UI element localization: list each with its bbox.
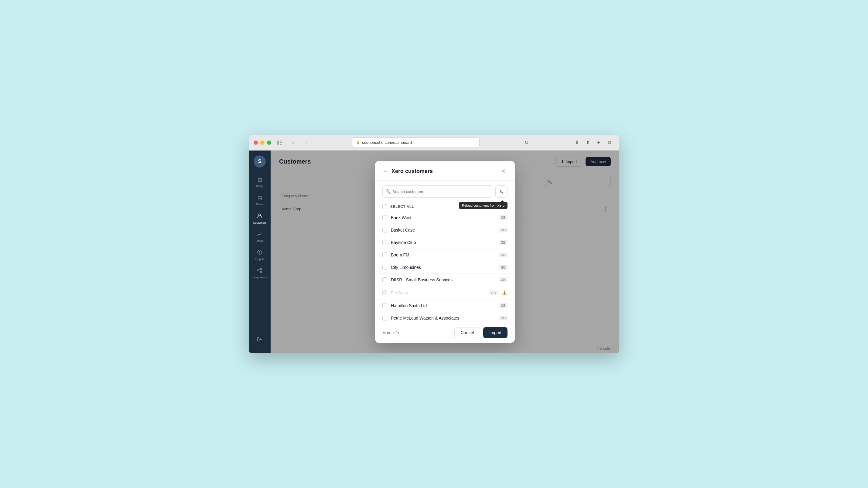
close-traffic-light[interactable]: [254, 140, 258, 145]
sidebar-item-customers-label: Customers: [253, 221, 266, 224]
svg-line-11: [259, 269, 260, 270]
item-badge: GB: [499, 278, 508, 282]
logout-icon: [257, 336, 262, 344]
svg-point-10: [260, 271, 262, 272]
address-bar[interactable]: 🔒 sequencehq.com/dashboard: [352, 137, 479, 148]
tabs-button[interactable]: ⧉: [605, 138, 614, 148]
list-item[interactable]: Bank West GB: [375, 212, 515, 224]
modal-overlay: ← Xero customers ✕ 🔍 ↻: [271, 151, 619, 353]
item-badge: GB: [499, 240, 508, 245]
item-name: Hamilton Smith Ltd: [391, 303, 494, 308]
list-item[interactable]: Basket Case GB: [375, 224, 515, 236]
svg-rect-0: [277, 140, 279, 145]
warning-icon: ⚠️: [501, 290, 507, 296]
forward-button[interactable]: ›: [302, 138, 311, 148]
modal-header: ← Xero customers ✕: [375, 161, 515, 181]
browser-content: S ⊞ Billing ⊟ Plans Customers: [249, 151, 619, 353]
modal-title: Xero customers: [392, 168, 495, 174]
list-item[interactable]: Bayside Club GB: [375, 236, 515, 249]
traffic-lights: [254, 140, 271, 145]
avatar[interactable]: S: [254, 155, 266, 167]
billing-icon: ⊞: [257, 176, 262, 183]
item-checkbox-city-limousines[interactable]: [382, 265, 387, 270]
reload-tooltip: Reload customers from Xero: [459, 202, 507, 209]
main-wrapper: Customers ⬇ Import Add new 🔍: [271, 151, 619, 353]
new-tab-button[interactable]: +: [594, 138, 603, 148]
sidebar-item-usage[interactable]: Usage: [251, 228, 268, 245]
sidebar-item-integrations-label: Integrations: [252, 276, 267, 279]
maximize-traffic-light[interactable]: [267, 140, 271, 145]
usage-icon: [257, 231, 262, 238]
modal-back-button[interactable]: ←: [382, 168, 388, 174]
modal-import-button[interactable]: Import: [483, 327, 507, 338]
item-checkbox-hamilton-smith[interactable]: [382, 303, 387, 308]
browser-toolbar: ‹ › 🔒 sequencehq.com/dashboard ↻ ⬇ ⬆ + ⧉: [249, 135, 619, 151]
list-item[interactable]: Boom FM GB: [375, 249, 515, 261]
svg-line-12: [259, 271, 260, 272]
reload-button[interactable]: ↻: [495, 186, 507, 198]
sidebar-item-plans-label: Plans: [256, 203, 263, 206]
footer-actions: Cancel Import: [454, 327, 507, 338]
item-badge: GB: [499, 228, 508, 232]
download-button[interactable]: ⬇: [572, 138, 582, 148]
item-name: FireSaas: [391, 290, 484, 295]
back-button[interactable]: ‹: [288, 138, 298, 148]
sidebar-item-customers[interactable]: Customers: [251, 210, 268, 227]
item-badge: GB: [499, 316, 508, 321]
item-badge: GB: [489, 290, 498, 295]
item-checkbox-bayside-club[interactable]: [382, 240, 387, 245]
list-item[interactable]: Hamilton Smith Ltd GB: [375, 299, 515, 312]
item-checkbox-bank-west[interactable]: [382, 215, 387, 220]
svg-rect-2: [280, 142, 282, 143]
minimize-traffic-light[interactable]: [260, 140, 265, 145]
sidebar-item-plans[interactable]: ⊟ Plans: [251, 192, 268, 209]
customers-icon: [257, 213, 262, 220]
more-info-link[interactable]: More info: [382, 330, 399, 335]
svg-point-9: [260, 268, 262, 269]
item-badge: GB: [499, 265, 508, 270]
logout-button[interactable]: [251, 331, 268, 348]
url-text: sequencehq.com/dashboard: [362, 140, 412, 145]
modal-search-input[interactable]: [382, 186, 492, 198]
list-item[interactable]: FireSaas GB ⚠️: [375, 286, 515, 299]
cancel-button[interactable]: Cancel: [454, 327, 480, 338]
list-item[interactable]: City Limousines GB: [375, 261, 515, 274]
sidebar-item-billing[interactable]: ⊞ Billing: [251, 173, 268, 191]
list-item[interactable]: DIISR - Small Business Services GB: [375, 274, 515, 286]
item-name: City Limousines: [391, 265, 494, 270]
item-checkbox-diisr[interactable]: [382, 278, 387, 282]
item-checkbox-boom-fm[interactable]: [382, 253, 387, 257]
modal-footer: More info Cancel Import: [375, 322, 515, 343]
modal-customer-list: Bank West GB Basket Case GB Bayside Club: [375, 212, 515, 322]
sidebar-item-insights[interactable]: Insights: [251, 247, 268, 263]
sidebar-item-integrations[interactable]: Integrations: [251, 265, 268, 282]
item-checkbox-petrie[interactable]: [382, 316, 387, 321]
sidebar-item-usage-label: Usage: [256, 239, 264, 242]
reload-page-button[interactable]: ↻: [522, 138, 531, 148]
sidebar: S ⊞ Billing ⊟ Plans Customers: [249, 151, 271, 353]
item-checkbox-firesaas[interactable]: [382, 290, 387, 295]
modal-search-icon: 🔍: [385, 189, 391, 194]
plans-icon: ⊟: [257, 195, 262, 201]
main-content: Customers ⬇ Import Add new 🔍: [271, 151, 619, 353]
svg-point-7: [259, 253, 260, 253]
svg-rect-3: [280, 144, 282, 145]
item-checkbox-basket-case[interactable]: [382, 228, 387, 232]
sidebar-item-billing-label: Billing: [256, 185, 263, 188]
svg-rect-1: [280, 140, 282, 141]
list-item[interactable]: Petrie McLoud Watson & Associates GB: [375, 312, 515, 322]
integrations-icon: [257, 268, 262, 275]
sidebar-toggle-button[interactable]: [275, 138, 285, 148]
select-all-label: SELECT ALL: [390, 204, 414, 209]
browser-actions: ⬇ ⬆ + ⧉: [572, 138, 614, 148]
browser-window: ‹ › 🔒 sequencehq.com/dashboard ↻ ⬇ ⬆ + ⧉…: [249, 135, 619, 353]
select-all-checkbox[interactable]: [382, 204, 387, 209]
share-button[interactable]: ⬆: [583, 138, 592, 148]
sidebar-item-insights-label: Insights: [255, 258, 264, 261]
xero-customers-modal: ← Xero customers ✕ 🔍 ↻: [375, 161, 515, 343]
item-badge: GB: [499, 253, 508, 257]
item-badge: GB: [499, 303, 508, 308]
item-name: Boom FM: [391, 253, 494, 257]
modal-search-area: 🔍 ↻ Reload customers from Xero: [375, 181, 515, 202]
modal-close-button[interactable]: ✕: [499, 167, 507, 175]
